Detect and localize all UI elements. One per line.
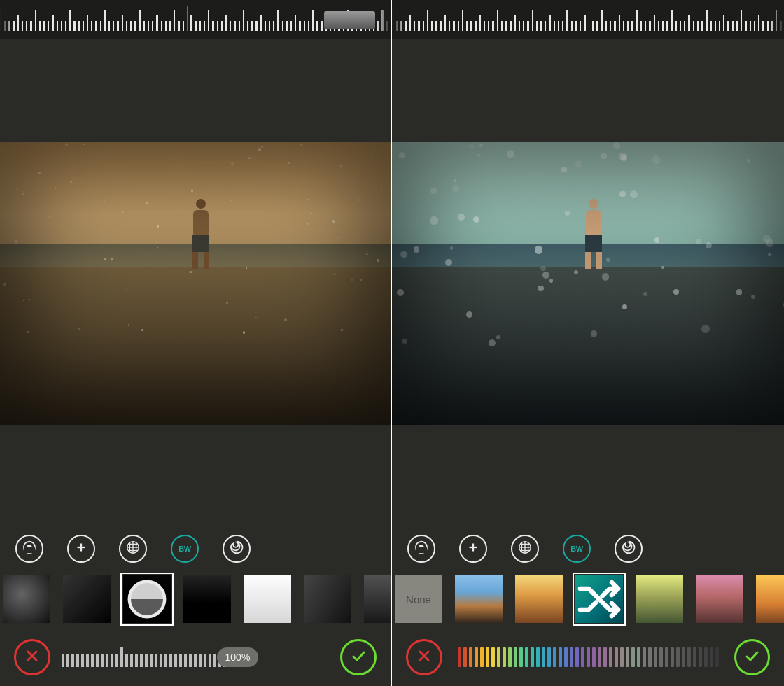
gradient-4[interactable] (633, 573, 686, 626)
add-tool[interactable] (67, 535, 95, 563)
ruler-tick (645, 21, 646, 31)
photo-canvas[interactable] (0, 39, 391, 528)
ruler-tick (484, 21, 485, 31)
hue-stop (491, 648, 495, 667)
vignette-tool[interactable] (15, 535, 43, 563)
ruler-tick (122, 15, 123, 31)
texture-5[interactable] (241, 573, 294, 626)
thumbnail-strip[interactable] (0, 570, 391, 629)
slider-tick (150, 654, 153, 667)
slider-tick (194, 654, 197, 667)
ruler-tick (273, 21, 274, 31)
ruler-tick (754, 21, 755, 31)
texture-2[interactable] (60, 573, 113, 626)
slider-tick (184, 654, 187, 667)
gradient-3[interactable] (573, 573, 626, 626)
grid-icon (125, 540, 141, 558)
ruler-tick (95, 21, 97, 31)
intensity-slider[interactable]: 100% (62, 643, 329, 671)
ruler-tick (299, 21, 300, 31)
ruler-tick (727, 21, 729, 31)
ruler-tick (444, 15, 446, 31)
texture-7[interactable] (361, 573, 391, 626)
ruler-marker[interactable] (187, 6, 188, 31)
ruler-tick (126, 21, 127, 31)
ruler-tick (676, 21, 677, 31)
slider-tick (101, 654, 104, 667)
ruler-marker[interactable] (589, 6, 590, 31)
top-ruler[interactable] (392, 0, 784, 39)
ruler-tick (706, 10, 707, 31)
ruler-tick (178, 21, 179, 31)
confirm-button[interactable] (340, 639, 377, 676)
ruler-tick (549, 15, 550, 31)
hue-stop (592, 648, 596, 667)
shuffle-icon (574, 574, 624, 624)
ruler-tick (48, 21, 49, 31)
tool-row: BW (0, 528, 391, 570)
ruler-tick (134, 21, 136, 31)
cancel-button[interactable] (14, 639, 50, 676)
ruler-tick (52, 15, 53, 31)
hue-stop (575, 648, 579, 667)
slider-tick (66, 654, 69, 667)
ruler-tick (592, 21, 594, 31)
ruler-tick (225, 15, 227, 31)
swirl-tool[interactable] (615, 535, 643, 563)
grid-icon (517, 540, 533, 558)
grid-tool[interactable] (119, 535, 147, 563)
hue-stop (475, 648, 478, 667)
ruler-tick (277, 10, 279, 31)
ruler-tick (741, 10, 742, 31)
ruler-tick (554, 21, 555, 31)
slider-tick (204, 654, 206, 667)
ruler-tick (470, 21, 472, 31)
ruler-tick (195, 21, 197, 31)
bw-icon-label: BW (570, 545, 582, 553)
cancel-button[interactable] (406, 639, 442, 676)
ruler-tick (100, 21, 102, 31)
thumbnail-strip[interactable]: None (392, 570, 784, 629)
ruler-tick (488, 21, 489, 31)
texture-6[interactable] (301, 573, 354, 626)
hue-stop (519, 648, 523, 667)
ruler-tick (22, 21, 23, 31)
confirm-button[interactable] (734, 639, 771, 676)
hue-stop (531, 648, 534, 667)
add-tool[interactable] (459, 535, 487, 563)
gradient-none[interactable]: None (392, 573, 445, 626)
ruler-tick (458, 21, 459, 31)
swirl-tool[interactable] (223, 535, 251, 563)
photo-canvas[interactable] (392, 39, 784, 528)
ruler-handle[interactable] (324, 11, 375, 29)
grid-tool[interactable] (511, 535, 539, 563)
bw-tool[interactable]: BW (171, 535, 199, 563)
texture-1[interactable] (0, 573, 53, 626)
vignette-tool[interactable] (407, 535, 435, 563)
texture-3[interactable] (120, 573, 174, 626)
gradient-5[interactable] (693, 573, 746, 626)
ruler-tick (545, 21, 546, 31)
slider-tick (96, 654, 99, 667)
ruler-tick (308, 21, 309, 31)
gradient-2[interactable] (512, 573, 566, 626)
hue-stop (654, 648, 657, 667)
ruler-tick (91, 21, 92, 31)
ruler-tick (519, 21, 520, 31)
ruler-tick (239, 21, 240, 31)
ruler-tick (505, 21, 507, 31)
hue-slider[interactable] (454, 643, 723, 671)
gradient-1[interactable] (452, 573, 505, 626)
ruler-tick (117, 21, 118, 31)
ruler-tick (671, 10, 672, 31)
ruler-tick (161, 21, 162, 31)
ruler-tick (418, 21, 419, 31)
swirl-icon (229, 540, 244, 558)
ruler-tick (61, 21, 62, 31)
slider-tick (209, 654, 211, 667)
texture-4[interactable] (181, 573, 234, 626)
bw-tool[interactable]: BW (563, 535, 591, 563)
gradient-6[interactable] (753, 573, 784, 626)
top-ruler[interactable] (0, 0, 391, 39)
ruler-tick (610, 21, 611, 31)
